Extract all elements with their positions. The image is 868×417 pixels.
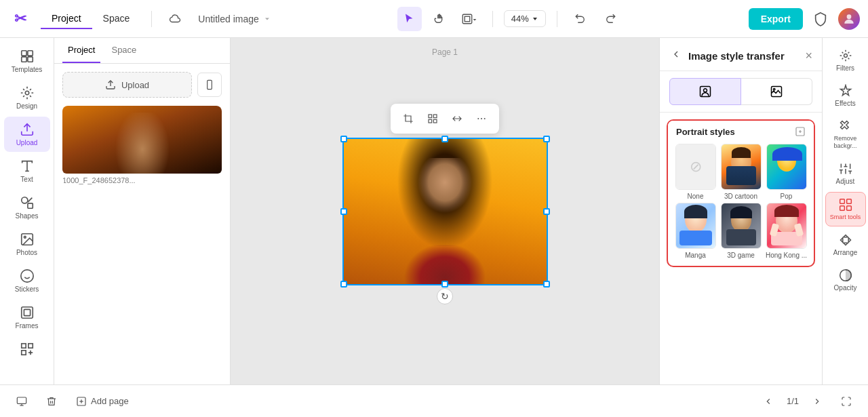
topbar-center-tools: 44% (277, 7, 743, 31)
panel-tab-space[interactable]: Space (106, 38, 142, 63)
zoom-control[interactable]: 44% (504, 10, 546, 27)
svg-point-35 (484, 118, 486, 119)
sidebar-item-photos[interactable]: Photos (4, 226, 50, 262)
rs-item-remove-bg-label: Remove backgr... (828, 135, 863, 150)
present-button[interactable] (11, 393, 33, 410)
svg-rect-21 (28, 344, 32, 348)
svg-point-7 (25, 91, 29, 95)
undo-button[interactable] (568, 7, 593, 31)
style-card-hongkong[interactable]: Hong Kong ... (764, 203, 808, 260)
svg-rect-18 (21, 307, 33, 319)
rotate-handle[interactable]: ↻ (437, 288, 453, 304)
right-sidebar: Filters Effects Remove backgr... (822, 38, 868, 384)
rs-item-arrange[interactable]: Arrange (825, 228, 866, 262)
rs-item-effects[interactable]: Effects (825, 79, 866, 113)
panel-header-row: Upload (62, 72, 222, 98)
portrait-styles-grid: ⊘ None 3D cartoon (668, 142, 814, 266)
portrait-styles-section: Portrait styles ⊘ None (667, 119, 815, 267)
mobile-preview-button[interactable] (197, 73, 222, 97)
grid-tool-button[interactable] (422, 108, 443, 130)
main-area: Templates Design Upload Text (0, 38, 868, 384)
style-panel-title: Image style transfer (688, 50, 785, 62)
select-tool-button[interactable] (397, 7, 422, 31)
prev-page-button[interactable] (758, 394, 778, 409)
style-card-pop-label: Pop (781, 193, 793, 200)
media-filename: 1000_F_248652378... (62, 176, 222, 184)
sidebar-item-stickers-label: Stickers (15, 285, 39, 293)
add-page-button[interactable]: Add page (71, 393, 134, 410)
svg-point-33 (477, 118, 479, 119)
style-card-3dcartoon-label: 3D cartoon (724, 193, 757, 200)
sidebar-item-shapes[interactable]: Shapes (4, 190, 50, 225)
cloud-save-button[interactable] (163, 7, 187, 31)
page-label: Page 1 (231, 47, 659, 57)
style-tab-portrait[interactable] (669, 78, 741, 105)
sidebar-item-frames[interactable]: Frames (4, 300, 50, 335)
svg-rect-20 (21, 344, 25, 348)
hand-tool-button[interactable] (427, 7, 452, 31)
rs-item-filters-label: Filters (836, 64, 854, 72)
rs-item-smart-tools[interactable]: Smart tools (825, 192, 866, 227)
style-panel-close-button[interactable]: × (805, 49, 812, 63)
svg-point-34 (481, 118, 482, 119)
rs-item-filters[interactable]: Filters (825, 43, 866, 77)
svg-point-15 (20, 270, 33, 282)
svg-rect-56 (17, 397, 26, 403)
total-pages: 1 (794, 396, 799, 406)
rs-item-arrange-label: Arrange (833, 249, 858, 256)
document-title[interactable]: Untitled image (198, 14, 271, 24)
sidebar-item-text[interactable]: Text (4, 153, 50, 188)
svg-point-2 (847, 14, 852, 19)
next-page-button[interactable] (807, 394, 827, 409)
topbar-right: Export (749, 8, 860, 30)
svg-rect-32 (433, 119, 437, 123)
svg-rect-51 (840, 199, 844, 203)
rs-item-opacity[interactable]: Opacity (825, 263, 866, 297)
sidebar-item-upload[interactable]: Upload (4, 117, 50, 152)
media-item[interactable]: Added 1000_F_248652378... (62, 106, 222, 184)
style-card-manga[interactable]: Manga (673, 203, 717, 260)
svg-rect-31 (429, 119, 432, 123)
frame-tool-button[interactable] (457, 7, 481, 31)
style-card-3dcartoon[interactable]: 3D cartoon (719, 144, 763, 201)
style-card-hongkong-label: Hong Kong ... (766, 252, 807, 259)
user-avatar[interactable] (838, 8, 860, 30)
portrait-header-icon (795, 126, 806, 137)
flip-tool-button[interactable] (446, 108, 468, 130)
style-card-pop[interactable]: Pop (764, 144, 808, 201)
left-panel: Project Space Upload (54, 38, 231, 384)
rs-item-remove-bg[interactable]: Remove backgr... (825, 114, 866, 155)
upload-button[interactable]: Upload (62, 72, 192, 98)
sidebar-item-design[interactable]: Design (4, 80, 50, 115)
more-options-button[interactable] (471, 108, 492, 130)
style-card-3dgame[interactable]: 3D game (719, 203, 763, 260)
sidebar-item-templates[interactable]: Templates (4, 43, 50, 79)
export-button[interactable]: Export (749, 8, 803, 30)
fit-to-screen-button[interactable] (835, 393, 857, 410)
left-sidebar: Templates Design Upload Text (0, 38, 54, 384)
bottombar: Add page 1/1 (0, 384, 868, 417)
svg-point-41 (844, 54, 847, 58)
shield-button[interactable] (810, 8, 831, 30)
toolbar-divider2 (557, 11, 557, 27)
style-tab-scene[interactable] (741, 78, 812, 105)
tab-project[interactable]: Project (41, 9, 92, 29)
back-button[interactable] (669, 47, 683, 64)
svg-rect-4 (27, 51, 32, 56)
style-card-manga-label: Manga (685, 252, 706, 259)
panel-tab-project[interactable]: Project (62, 38, 100, 63)
sidebar-item-shapes-label: Shapes (16, 212, 39, 220)
redo-button[interactable] (598, 7, 623, 31)
delete-page-button[interactable] (41, 393, 62, 410)
tab-space[interactable]: Space (92, 9, 141, 29)
sidebar-item-photos-label: Photos (16, 249, 37, 256)
rs-item-opacity-label: Opacity (834, 284, 857, 292)
style-card-none[interactable]: ⊘ None (673, 144, 717, 201)
selected-element[interactable]: ↻ (342, 138, 548, 285)
sidebar-item-more[interactable] (4, 336, 50, 362)
rs-item-adjust[interactable]: Adjust (825, 157, 866, 191)
crop-tool-button[interactable] (397, 108, 419, 130)
sidebar-item-stickers[interactable]: Stickers (4, 263, 50, 298)
canvas-area: Page 1 (231, 38, 659, 384)
svg-point-37 (704, 89, 707, 92)
